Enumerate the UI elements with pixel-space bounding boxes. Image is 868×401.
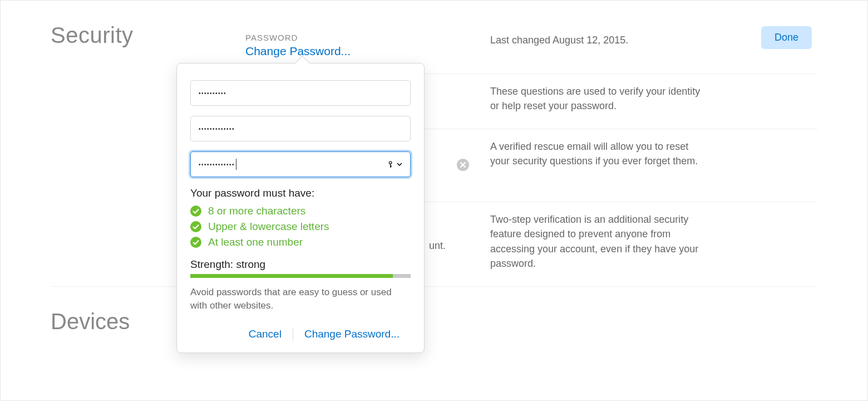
key-icon	[388, 160, 396, 168]
requirement-text: At least one number	[208, 236, 303, 248]
change-password-popover: •••••••••• ••••••••••••• •••••••••••••	[176, 63, 425, 353]
change-password-link[interactable]: Change Password...	[245, 45, 490, 58]
obscured-text-fragment: unt.	[429, 240, 446, 252]
password-tip: Avoid passwords that are easy to guess o…	[190, 286, 411, 312]
rescue-email-desc: A verified rescue email will allow you t…	[490, 139, 817, 168]
svg-point-3	[190, 221, 201, 232]
popover-footer: Cancel Change Password...	[177, 319, 424, 353]
new-password-value: •••••••••••••	[199, 126, 235, 132]
security-questions-desc: These questions are used to verify your …	[490, 84, 817, 113]
text-caret	[236, 159, 236, 170]
strength-fill	[190, 274, 393, 278]
confirm-password-value: •••••••••••••	[199, 162, 235, 168]
svg-point-4	[190, 237, 201, 248]
done-button[interactable]: Done	[761, 26, 812, 49]
requirement-text: Upper & lowercase letters	[208, 221, 329, 233]
check-icon	[190, 237, 201, 248]
check-icon	[190, 221, 201, 232]
requirement-item: 8 or more characters	[190, 205, 411, 217]
confirm-password-input[interactable]: •••••••••••••	[190, 151, 411, 177]
requirement-item: Upper & lowercase letters	[190, 221, 411, 233]
strength-label: Strength: strong	[190, 258, 411, 271]
current-password-value: ••••••••••	[199, 90, 226, 96]
keychain-dropdown[interactable]	[388, 160, 402, 168]
requirements-title: Your password must have:	[190, 187, 411, 199]
requirements-list: 8 or more characters Upper & lowercase l…	[190, 205, 411, 248]
two-step-desc: Two-step verification is an additional s…	[490, 212, 817, 270]
strength-bar	[190, 274, 411, 278]
last-changed-text: Last changed August 12, 2015.	[490, 33, 706, 47]
requirement-text: 8 or more characters	[208, 205, 305, 217]
clear-icon[interactable]	[457, 159, 469, 171]
cancel-button[interactable]: Cancel	[238, 326, 293, 343]
svg-point-2	[190, 206, 201, 217]
password-label: PASSWORD	[245, 33, 490, 42]
change-password-submit[interactable]: Change Password...	[293, 326, 411, 343]
requirement-item: At least one number	[190, 236, 411, 248]
check-icon	[190, 206, 201, 217]
devices-title: Devices	[1, 287, 867, 334]
current-password-input[interactable]: ••••••••••	[190, 80, 411, 106]
new-password-input[interactable]: •••••••••••••	[190, 116, 411, 141]
chevron-down-icon	[397, 162, 402, 167]
svg-point-1	[389, 162, 392, 164]
